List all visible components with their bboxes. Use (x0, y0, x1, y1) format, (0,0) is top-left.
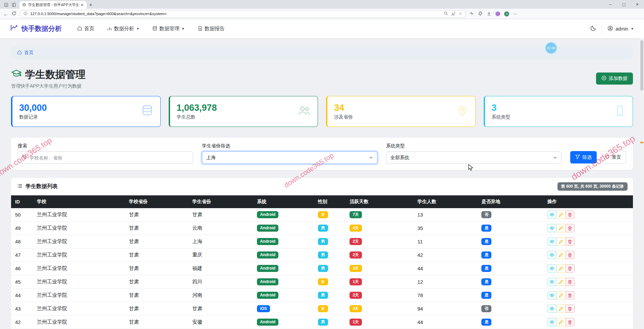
stat-label: 学生总数 (177, 114, 217, 120)
breadcrumb[interactable]: 首页 (11, 46, 633, 59)
favorites-star-icon[interactable]: ☆ (459, 11, 462, 16)
edit-button[interactable] (556, 278, 566, 286)
gender-badge: 女 (318, 305, 328, 313)
dark-mode-toggle[interactable] (590, 25, 596, 33)
column-header: 性别 (314, 195, 346, 208)
downloads-icon[interactable] (487, 11, 491, 17)
cell-school-province: 甘肃 (125, 248, 188, 262)
list-icon (16, 183, 22, 190)
timer-widget[interactable]: 02:48 (545, 42, 557, 54)
view-button[interactable] (547, 224, 556, 232)
delete-button[interactable] (566, 237, 575, 246)
delete-button[interactable] (566, 210, 575, 219)
page-title: 学生数据管理 (11, 68, 86, 82)
divider (602, 25, 602, 33)
view-button[interactable] (547, 278, 556, 286)
view-button[interactable] (547, 251, 556, 259)
stat-value: 34 (334, 103, 353, 113)
browser-tab[interactable]: 学生数据管理 - 快手APP大学生用 ✕ (19, 1, 87, 9)
delete-button[interactable] (566, 318, 575, 326)
stat-value: 3 (492, 103, 511, 113)
copilot-icon[interactable] (495, 11, 500, 16)
column-header: 学生人数 (413, 195, 477, 208)
scrollbar-thumb[interactable] (640, 40, 643, 91)
edit-button[interactable] (556, 304, 566, 313)
reset-button[interactable]: 重置 (600, 151, 626, 163)
active-days-badge: 3天 (350, 305, 362, 313)
system-badge: Android (257, 238, 278, 245)
window-minimize-button[interactable]: ─ (604, 0, 617, 9)
extensions-icon[interactable] (478, 11, 483, 17)
gender-badge: 男 (318, 225, 328, 232)
data-table-card: 学生数据列表 第 600 页, 共 600 页, 30000 条记录 ID学校学… (11, 178, 633, 329)
nav-item-home[interactable]: 首页 (77, 26, 94, 32)
site-info-icon[interactable] (23, 11, 28, 17)
edit-button[interactable] (556, 264, 566, 273)
edit-button[interactable] (556, 224, 566, 232)
view-button[interactable] (547, 291, 556, 299)
delete-button[interactable] (566, 264, 575, 273)
view-button[interactable] (547, 264, 556, 273)
back-button[interactable]: ← (3, 11, 8, 17)
window-maximize-button[interactable]: ▢ (617, 0, 631, 9)
chevron-down-icon: ▼ (181, 27, 185, 31)
column-header: 学生省份 (188, 195, 253, 208)
filter-button[interactable]: 筛选 (570, 151, 597, 163)
chevron-down-icon (553, 155, 557, 160)
browser-profile-avatar[interactable]: A (504, 11, 509, 16)
active-days-badge: 1天 (350, 278, 362, 286)
edit-button[interactable] (556, 237, 566, 246)
page-scrollbar[interactable] (640, 38, 644, 329)
app-logo[interactable]: 快手数据分析 (10, 23, 62, 34)
search-icon (22, 154, 27, 161)
view-button[interactable] (547, 210, 556, 219)
cell-school: 兰州工业学院 (33, 289, 125, 302)
read-aloud-icon[interactable]: A) (451, 11, 455, 17)
edit-button[interactable] (556, 251, 566, 259)
reload-button[interactable] (12, 11, 16, 17)
tab-actions-icon[interactable] (4, 3, 8, 7)
nav-item-report[interactable]: 数据报告 (198, 26, 225, 32)
cell-student-province: 安徽 (188, 316, 253, 329)
cell-student-count: 44 (413, 316, 477, 329)
system-select[interactable]: 全部系统 (386, 151, 561, 164)
search-label: 搜索 (18, 143, 193, 149)
active-days-badge: 1天 (350, 319, 362, 326)
search-input[interactable] (30, 155, 189, 160)
delete-button[interactable] (566, 251, 575, 259)
view-button[interactable] (547, 318, 556, 326)
settings-menu-icon[interactable]: ⋯ (513, 11, 518, 16)
delete-button[interactable] (566, 278, 575, 286)
remote-badge: 是 (481, 292, 491, 299)
cell-school: 兰州工业学院 (33, 208, 125, 222)
zoom-icon[interactable] (444, 11, 448, 16)
gender-badge: 男 (318, 292, 328, 299)
tab-close-icon[interactable]: ✕ (80, 3, 84, 7)
stat-label: 系统类型 (492, 114, 511, 120)
delete-button[interactable] (566, 291, 575, 299)
table-row: 49兰州工业学院甘肃云南Android男4天35是 (11, 222, 633, 235)
new-tab-button[interactable]: + (89, 2, 92, 7)
system-filter-label: 系统类型 (386, 143, 561, 149)
delete-button[interactable] (566, 304, 575, 313)
active-days-badge: 7天 (350, 211, 362, 219)
add-data-button[interactable]: 添加数据 (596, 73, 633, 85)
gender-badge: 女 (318, 278, 328, 286)
address-bar[interactable]: 127.0.0.1:5000/manage/student_data?page=… (20, 10, 466, 18)
user-menu[interactable]: admin ▼ (607, 26, 634, 32)
province-select[interactable]: 上海 (202, 151, 377, 164)
window-close-button[interactable]: ✕ (631, 0, 644, 9)
delete-button[interactable] (566, 224, 575, 232)
nav-item-data-management[interactable]: 数据管理 ▼ (152, 26, 185, 32)
remote-badge: 否 (481, 211, 491, 219)
browser-essentials-icon[interactable] (469, 11, 474, 17)
edit-button[interactable] (556, 318, 566, 326)
nav-item-analytics[interactable]: 数据分析 ▼ (107, 26, 140, 32)
edit-button[interactable] (556, 291, 566, 299)
cell-student-province: 福建 (188, 262, 253, 275)
edit-button[interactable] (556, 210, 566, 219)
view-button[interactable] (547, 304, 556, 313)
view-button[interactable] (547, 237, 556, 246)
filter-panel: 搜索 学生省份筛选 上海 系统类型 全部系统 筛选 (11, 138, 633, 170)
vertical-tabs-icon[interactable] (12, 3, 16, 7)
